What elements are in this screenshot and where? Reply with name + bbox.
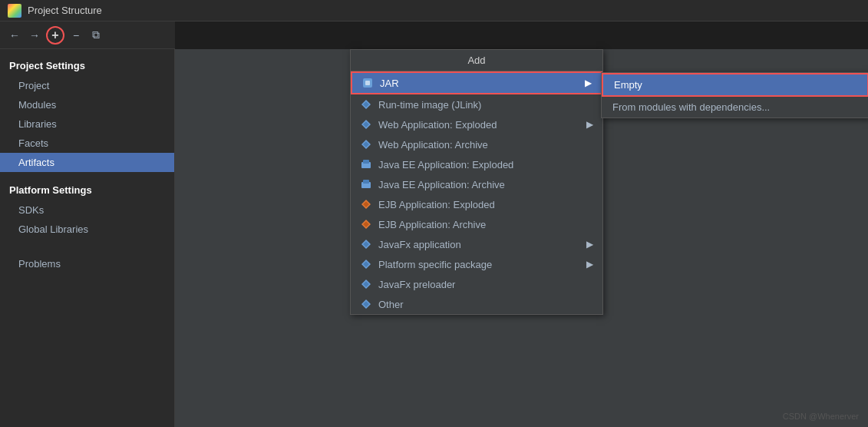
web-exploded-arrow: ▶ [586,119,593,130]
sidebar-item-artifacts[interactable]: Artifacts [0,153,174,172]
runtime-image-icon [360,98,372,111]
window-title: Project Structure [28,5,102,16]
back-button[interactable]: ← [6,27,23,44]
dropdown-item-other[interactable]: Other [351,294,602,314]
jar-icon [361,77,374,89]
dropdown-item-javafx[interactable]: JavaFx application ▶ [351,234,602,254]
dropdown-item-javafx-preloader[interactable]: JavaFx preloader [351,274,602,294]
sidebar-item-sdks[interactable]: SDKs [0,200,174,220]
submenu-item-from-modules[interactable]: From modules with dependencies... [602,97,868,118]
main-layout: Project Settings Project Modules Librari… [0,22,868,427]
svg-rect-1 [365,81,370,85]
dropdown-item-runtime-image[interactable]: Run-time image (JLink) [351,94,602,114]
add-button[interactable]: + [46,26,64,45]
platform-settings-header: Platform Settings [0,180,174,200]
dropdown-item-ejb-exploded[interactable]: EJB Application: Exploded [351,194,602,214]
forward-button[interactable]: → [26,27,43,44]
sidebar-item-project[interactable]: Project [0,76,174,95]
sidebar-item-global-libraries[interactable]: Global Libraries [0,220,174,239]
dropdown-header: Add [351,50,602,71]
dropdown-item-jar[interactable]: JAR ▶ Empty From modules with dependenci… [351,71,602,94]
add-dropdown: Add JAR ▶ Empty From modules with depend… [350,49,603,315]
dropdown-item-javaee-archive[interactable]: Java EE Application: Archive [351,174,602,194]
sidebar-item-modules[interactable]: Modules [0,95,174,114]
dropdown-item-ejb-archive[interactable]: EJB Application: Archive [351,214,602,234]
dropdown-item-web-archive[interactable]: Web Application: Archive [351,134,602,154]
jar-submenu: Empty From modules with dependencies... [601,72,868,118]
svg-rect-11 [363,180,369,184]
sidebar: Project Settings Project Modules Librari… [0,49,175,427]
javaee-exploded-icon [360,158,372,170]
content-area: Add JAR ▶ Empty From modules with depend… [175,49,868,427]
web-exploded-icon [360,118,372,131]
dropdown-item-platform-package[interactable]: Platform specific package ▶ [351,254,602,274]
javafx-icon [360,238,372,250]
svg-rect-9 [363,160,369,164]
dropdown-item-web-exploded[interactable]: Web Application: Exploded ▶ [351,114,602,134]
dropdown-item-jar-label: JAR [380,78,399,89]
sidebar-item-facets[interactable]: Facets [0,134,174,153]
dropdown-item-javaee-exploded[interactable]: Java EE Application: Exploded [351,154,602,174]
remove-button[interactable]: − [68,27,84,44]
sidebar-item-libraries[interactable]: Libraries [0,114,174,134]
platform-package-icon [360,258,372,270]
ejb-exploded-icon [360,198,372,210]
javafx-preloader-icon [360,278,372,290]
javafx-arrow: ▶ [586,239,593,250]
other-icon [360,298,372,310]
sidebar-item-problems[interactable]: Problems [0,254,174,273]
submenu-item-empty[interactable]: Empty [602,73,868,97]
platform-package-arrow: ▶ [586,259,593,270]
javaee-archive-icon [360,178,372,190]
ejb-archive-icon [360,218,372,230]
app-icon [8,4,21,18]
copy-button[interactable]: ⧉ [87,27,104,44]
jar-arrow: ▶ [585,78,592,88]
intellij-icon [8,4,21,18]
title-bar: Project Structure [0,0,868,22]
web-archive-icon [360,138,372,151]
watermark: CSDN @Whenerver [783,412,859,421]
project-settings-header: Project Settings [0,55,174,76]
nav-area: ← → + − ⧉ [0,22,175,49]
